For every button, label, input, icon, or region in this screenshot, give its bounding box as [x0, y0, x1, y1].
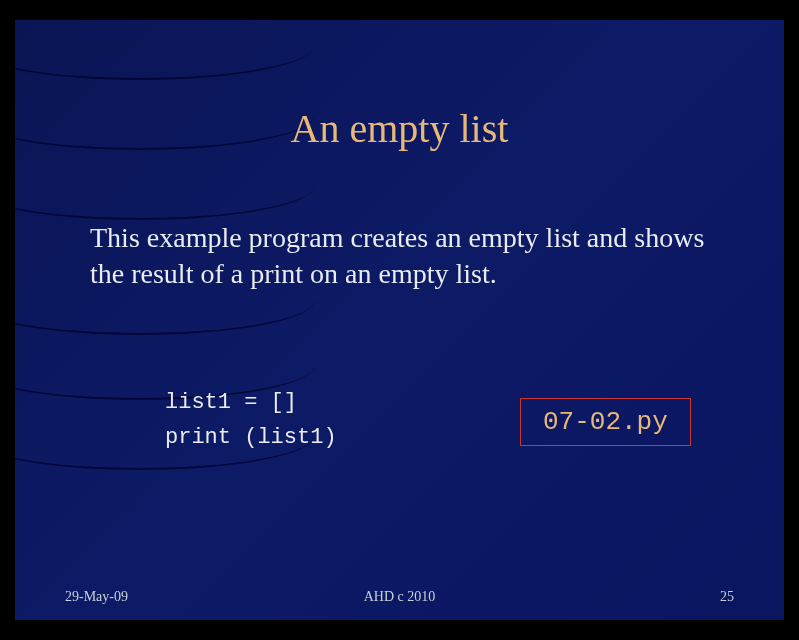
slide-body-text: This example program creates an empty li… [90, 220, 724, 293]
filename-box: 07-02.py [520, 398, 691, 446]
code-block: list1 = [] print (list1) [165, 385, 337, 455]
slide-title: An empty list [15, 105, 784, 152]
footer-copyright: AHD c 2010 [364, 589, 436, 605]
slide-container: An empty list This example program creat… [15, 20, 784, 620]
slide-footer: 29-May-09 AHD c 2010 25 [15, 589, 784, 605]
footer-date: 29-May-09 [65, 589, 128, 605]
filename-text: 07-02.py [543, 407, 668, 437]
footer-page-number: 25 [720, 589, 734, 605]
code-line-2: print (list1) [165, 420, 337, 455]
code-line-1: list1 = [] [165, 385, 337, 420]
